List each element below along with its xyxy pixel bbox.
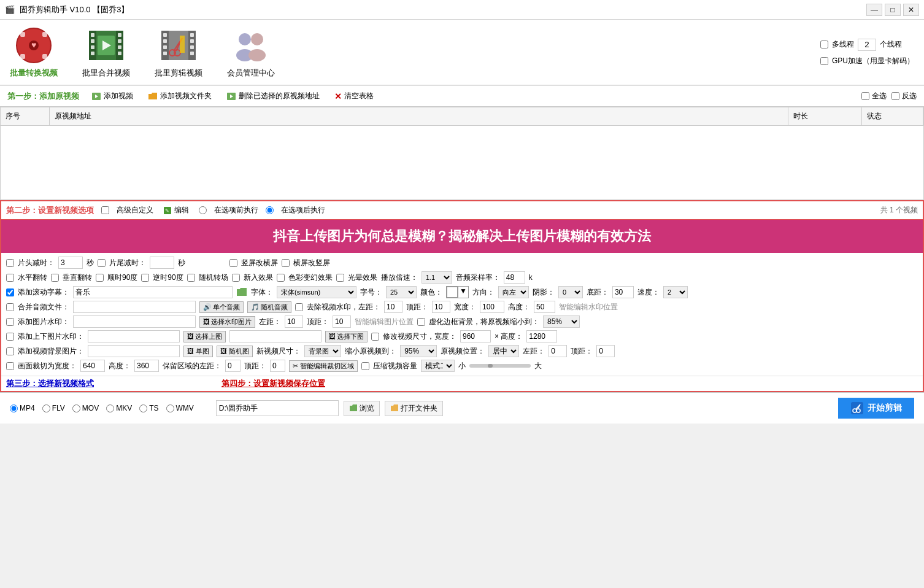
open-folder-button[interactable]: 打开文件夹 — [385, 401, 443, 416]
random-audio-button[interactable]: 🎵 随机音频 — [247, 301, 291, 313]
multithread-checkbox[interactable] — [820, 41, 828, 48]
crop-left-input[interactable] — [225, 360, 241, 372]
title-bar-controls[interactable]: — □ ✕ — [866, 4, 919, 16]
format-mp4[interactable]: MP4 — [10, 404, 35, 412]
landscape-checkbox[interactable] — [229, 259, 237, 267]
smart-crop-button[interactable]: ✂ 智能编辑裁切区域 — [289, 360, 358, 372]
single-audio-button[interactable]: 🔊 单个音频 — [199, 301, 244, 313]
step3-label[interactable]: 第三步：选择新视频格式 — [6, 378, 94, 389]
before-exec-radio[interactable] — [199, 206, 207, 214]
wm-top-input[interactable] — [432, 301, 450, 313]
subtitle-checkbox[interactable] — [6, 288, 14, 296]
edit-button[interactable]: ✎ 编辑 — [161, 204, 191, 217]
color-change-checkbox[interactable] — [277, 274, 285, 282]
img-left-input[interactable] — [285, 315, 303, 328]
format-mkv[interactable]: MKV — [106, 404, 132, 412]
format-mp4-radio[interactable] — [10, 404, 18, 412]
slider-thumb[interactable] — [488, 364, 493, 368]
portrait-checkbox[interactable] — [282, 259, 290, 267]
select-watermark-img-button[interactable]: 🖼 选择水印图片 — [199, 316, 255, 328]
clip-tail-checkbox[interactable] — [98, 259, 106, 267]
format-flv-radio[interactable] — [42, 404, 50, 412]
remove-watermark-checkbox[interactable] — [295, 303, 303, 311]
img-watermark-checkbox[interactable] — [6, 318, 14, 326]
rotate90-checkbox[interactable] — [96, 274, 104, 282]
format-mov[interactable]: MOV — [72, 404, 99, 412]
clip-head-input[interactable] — [58, 257, 83, 269]
format-wmv-radio[interactable] — [166, 404, 174, 412]
fade-in-checkbox[interactable] — [232, 274, 240, 282]
format-ts-radio[interactable] — [139, 404, 147, 412]
invert-select-option[interactable]: 反选 — [891, 91, 917, 101]
format-mkv-radio[interactable] — [106, 404, 114, 412]
select-down-img-button[interactable]: 🖼 选择下图 — [325, 331, 368, 342]
wm-width-input[interactable] — [480, 301, 504, 313]
new-size-select[interactable]: 背景图 — [304, 345, 341, 357]
browse-button[interactable]: 浏览 — [344, 401, 380, 416]
bg-image-path-input[interactable] — [88, 345, 180, 357]
crop-checkbox[interactable] — [6, 362, 14, 370]
select-all-option[interactable]: 全选 — [861, 91, 887, 101]
step4-label[interactable]: 第四步：设置新视频保存位置 — [221, 378, 325, 389]
clear-table-button[interactable]: ✕ 清空表格 — [332, 90, 376, 103]
thread-count-input[interactable] — [858, 39, 876, 51]
random-img-button[interactable]: 🖼 随机图 — [217, 346, 253, 357]
play-speed-select[interactable]: 1.1 1.2 1.5 2.0 — [422, 271, 452, 284]
crop-height-input[interactable] — [134, 360, 159, 372]
select-all-checkbox[interactable] — [861, 92, 869, 100]
add-folder-button[interactable]: 添加视频文件夹 — [145, 90, 214, 103]
subtitle-input[interactable] — [73, 286, 233, 298]
member-center-tool[interactable]: 会员管理中心 — [227, 26, 275, 79]
modify-size-checkbox[interactable] — [371, 333, 379, 341]
img-top-input[interactable] — [333, 315, 351, 328]
rotate270-checkbox[interactable] — [141, 274, 149, 282]
clip-head-checkbox[interactable] — [6, 259, 14, 267]
modify-height-input[interactable] — [526, 330, 557, 342]
random-scene-checkbox[interactable] — [187, 274, 195, 282]
audio-path-input[interactable] — [73, 301, 196, 313]
clip-tail-input[interactable] — [150, 257, 174, 269]
color-dropdown-arrow[interactable]: ▼ — [458, 287, 468, 298]
speed-select[interactable]: 2 3 4 — [663, 286, 688, 298]
wm-left-input[interactable] — [384, 301, 402, 313]
invert-select-checkbox[interactable] — [891, 92, 899, 100]
size-select[interactable]: 25 — [386, 286, 417, 298]
batch-merge-tool[interactable]: 批里合并视频 — [82, 26, 130, 79]
compress-slider[interactable] — [469, 364, 531, 368]
single-img-button[interactable]: 🖼 单图 — [183, 346, 213, 357]
top-dist-input2[interactable] — [596, 345, 615, 357]
glow-checkbox[interactable] — [336, 274, 344, 282]
flip-v-checkbox[interactable] — [51, 274, 59, 282]
bottom-input[interactable] — [612, 286, 634, 298]
down-img-path-input[interactable] — [229, 330, 321, 342]
format-flv[interactable]: FLV — [42, 404, 65, 412]
modify-width-input[interactable] — [460, 330, 491, 342]
delete-selected-button[interactable]: 删除已选择的原视频地址 — [224, 90, 322, 103]
left-dist-input2[interactable] — [549, 345, 567, 357]
img-watermark-path-input[interactable] — [73, 315, 196, 328]
audio-sample-input[interactable] — [504, 271, 525, 284]
batch-convert-tool[interactable]: ♥ 批量转换视频 — [10, 26, 58, 79]
wm-height-input[interactable] — [534, 301, 555, 313]
compress-mode-select[interactable]: 模式二 模式一 模式三 — [421, 360, 455, 372]
select-up-img-button[interactable]: 🖼 选择上图 — [183, 331, 226, 342]
merge-audio-checkbox[interactable] — [6, 303, 14, 311]
minimize-button[interactable]: — — [866, 4, 882, 16]
gpu-checkbox[interactable] — [820, 57, 828, 65]
updown-watermark-checkbox[interactable] — [6, 333, 14, 341]
crop-width-input[interactable] — [80, 360, 105, 372]
font-select[interactable]: 宋体(simsun) — [277, 286, 356, 298]
crop-top-input[interactable] — [270, 360, 285, 372]
orig-pos-select[interactable]: 居中 居上 居下 — [488, 345, 519, 357]
compress-checkbox[interactable] — [361, 362, 369, 370]
batch-clip-tool[interactable]: 批里剪辑视频 — [155, 26, 202, 79]
after-exec-radio[interactable] — [266, 206, 274, 214]
color-picker[interactable]: ▼ — [446, 286, 469, 298]
dir-select[interactable]: 向左 向右 向上 向下 — [498, 286, 529, 298]
up-img-path-input[interactable] — [88, 330, 180, 342]
advanced-define-checkbox[interactable] — [101, 206, 109, 214]
virtual-bg-pct-select[interactable]: 85% 90% 95% — [543, 315, 580, 328]
format-wmv[interactable]: WMV — [166, 404, 194, 412]
add-video-button[interactable]: 添加视频 — [89, 90, 136, 103]
virtual-bg-checkbox[interactable] — [417, 318, 425, 326]
